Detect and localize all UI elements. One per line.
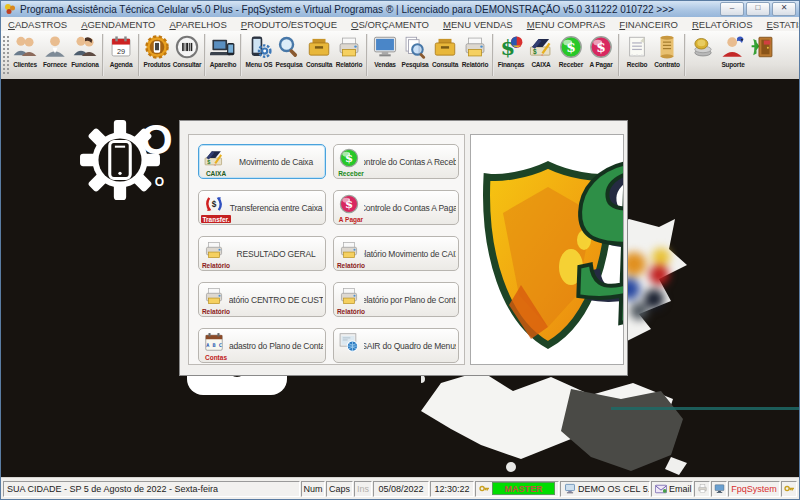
devices-icon <box>210 34 236 60</box>
dialog-button-transferencia-entre-caixa[interactable]: $Transfer.Transferencia entre Caixa <box>198 190 326 225</box>
toolbar-suporte-button[interactable]: Suporte <box>718 31 748 79</box>
toolbar-label: Clientes <box>13 61 37 68</box>
toolbar-label: Recibo <box>627 61 647 68</box>
dialog-button-label: Movimento de Caixa <box>229 145 323 178</box>
svg-text:$: $ <box>596 39 606 55</box>
menu-item-produto-estoque[interactable]: PRODUTO/ESTOQUE <box>234 19 344 30</box>
menu-item-cadastros[interactable]: CADASTROS <box>1 19 74 30</box>
dialog-button-relatorio-centro-de-custos[interactable]: RelatórioRelatório CENTRO DE CUSTOS <box>198 282 326 317</box>
status-printer[interactable] <box>694 481 710 497</box>
toolbar-label: Finanças <box>498 61 525 68</box>
svg-text:$: $ <box>207 159 210 165</box>
main-area: O DO $CAIXAMovimento de <box>1 79 800 479</box>
toolbar-agenda-button[interactable]: 29Agenda <box>106 31 136 79</box>
dialog-button-sair-do-quadro-de-menus[interactable]: SAIR do Quadro de Menus <box>333 328 459 363</box>
svg-text:29: 29 <box>117 47 125 56</box>
toolbar-label: A Pagar <box>590 61 613 68</box>
dialog-button-controle-do-contas-a-pagar[interactable]: $A PagarControle do Contas A Pagar <box>333 190 459 225</box>
dialog-button-relatorio-movimento-de-caixa[interactable]: RelatórioRelatório Movimento de CAIXA <box>333 236 459 271</box>
toolbar-label: Consulta <box>306 61 332 68</box>
status-num-lock: Num <box>301 481 325 497</box>
toolbar-consulta-button[interactable]: Consulta <box>304 31 334 79</box>
menu-item-relatorios[interactable]: RELATÓRIOS <box>685 19 760 30</box>
toolbar-coins-button[interactable] <box>688 31 718 79</box>
printer-icon <box>338 239 362 261</box>
gear-phone-icon <box>144 34 170 60</box>
toolbar-label: Consulta <box>432 61 458 68</box>
toolbar-pesquisa-button[interactable]: Pesquisa <box>400 31 430 79</box>
menu-item-financeiro[interactable]: FINANCEIRO <box>612 19 685 30</box>
menu-item-aparelhos[interactable]: APARELHOS <box>162 19 233 30</box>
toolbar-label: Receber <box>559 61 583 68</box>
toolbar-menu-os-button[interactable]: Menu OS <box>244 31 274 79</box>
status-insert: Ins <box>354 481 372 497</box>
status-display[interactable] <box>711 481 727 497</box>
dollar-shield-logo: $ $ <box>471 135 624 364</box>
toolbar-pesquisa-button[interactable]: Pesquisa <box>274 31 304 79</box>
dialog-button-label: Transferencia entre Caixa <box>229 191 323 224</box>
dialog-button-cadastro-do-plano-de-contas[interactable]: A B CContasCadastro do Plano de Contas <box>198 328 326 363</box>
toolbar-recibo-button[interactable]: Recibo <box>622 31 652 79</box>
toolbar-a-pagar-button[interactable]: $A Pagar <box>586 31 616 79</box>
book-pencil-icon: $ <box>203 147 227 169</box>
toolbar-label: Menu OS <box>246 61 273 68</box>
toolbar-receber-button[interactable]: $Receber <box>556 31 586 79</box>
magnifier-icon <box>276 34 302 60</box>
menu-item-os-orcamento[interactable]: OS/ORÇAMENTO <box>344 19 436 30</box>
toolbar-produtos-button[interactable]: Produtos <box>142 31 172 79</box>
dialog-button-caption: Relatório <box>334 308 368 315</box>
barcode-icon <box>174 34 200 60</box>
toolbar-consultar-button[interactable]: Consultar <box>172 31 202 79</box>
toolbar-exit-door-button[interactable] <box>748 31 778 79</box>
status-user-name: MASTER <box>492 482 555 495</box>
menu-item-estatistica[interactable]: ESTATISTICA <box>760 19 800 30</box>
toolbar-aparelho-button[interactable]: Aparelho <box>208 31 238 79</box>
application-window: Programa Assistência Técnica Celular v5.… <box>0 0 800 500</box>
toolbar-contrato-button[interactable]: Contrato <box>652 31 682 79</box>
dialog-button-resultado-geral[interactable]: RelatórioRESULTADO GERAL <box>198 236 326 271</box>
toolbar-label: Consultar <box>173 61 202 68</box>
toolbar-label: Suporte <box>721 61 744 68</box>
dialog-button-controle-do-contas-a-receber[interactable]: $ReceberControle do Contas A Receber <box>333 144 459 179</box>
dialog-button-movimento-de-caixa[interactable]: $CAIXAMovimento de Caixa <box>198 144 326 179</box>
svg-text:$: $ <box>533 48 537 56</box>
toolbar-vendas-button[interactable]: Vendas <box>370 31 400 79</box>
toolbar-grip[interactable] <box>2 35 9 75</box>
status-caps-lock: Caps <box>326 481 353 497</box>
status-email[interactable]: Email <box>651 481 693 497</box>
dialog-button-caption: Relatório <box>199 308 233 315</box>
toolbar-relatorio-button[interactable]: Relatório <box>460 31 490 79</box>
drawer-icon <box>432 34 458 60</box>
toolbar-fornece-button[interactable]: Fornece <box>40 31 70 79</box>
minimize-button[interactable]: – <box>720 2 744 16</box>
toolbar-label: Aparelho <box>210 61 237 68</box>
toolbar-clientes-button[interactable]: Clientes <box>10 31 40 79</box>
sphere-green-icon: $ <box>558 34 584 60</box>
background-map-graphic <box>421 371 691 479</box>
toolbar-label: Agenda <box>110 61 133 68</box>
maximize-button[interactable]: □ <box>746 2 770 16</box>
toolbar-consulta-button[interactable]: Consulta <box>430 31 460 79</box>
dialog-button-label: Relatório Movimento de CAIXA <box>364 237 456 270</box>
toolbar-separator <box>618 34 620 76</box>
toolbar-label: Pesquisa <box>402 61 429 68</box>
menu-item-menu-compras[interactable]: MENU COMPRAS <box>520 19 613 30</box>
menu-item-menu-vendas[interactable]: MENU VENDAS <box>436 19 520 30</box>
status-time: 12:30:22 <box>430 481 474 497</box>
toolbar-funciona-button[interactable]: Funciona <box>70 31 100 79</box>
toolbar-financas-button[interactable]: $Finanças <box>496 31 526 79</box>
finance-menu-dialog: $CAIXAMovimento de Caixa$Transfer.Transf… <box>179 120 628 376</box>
printer-icon <box>462 34 488 60</box>
key-icon <box>784 483 795 494</box>
printer-icon <box>203 239 227 261</box>
toolbar-caixa-button[interactable]: $CAIXA <box>526 31 556 79</box>
calendar-abc-icon: A B C <box>203 331 227 353</box>
dialog-button-relatorio-por-plano-de-contas[interactable]: RelatórioRelatório por Plano de Contas <box>333 282 459 317</box>
toolbar-relatorio-button[interactable]: Relatório <box>334 31 364 79</box>
menu-item-agendamento[interactable]: AGENDAMENTO <box>74 19 162 30</box>
support-icon <box>720 34 746 60</box>
dialog-button-caption: Relatório <box>199 262 233 269</box>
search-pages-icon <box>402 34 428 60</box>
close-button[interactable]: ✕ <box>772 2 796 16</box>
status-bar: SUA CIDADE - SP 5 de Agosto de 2022 - Se… <box>1 477 799 499</box>
